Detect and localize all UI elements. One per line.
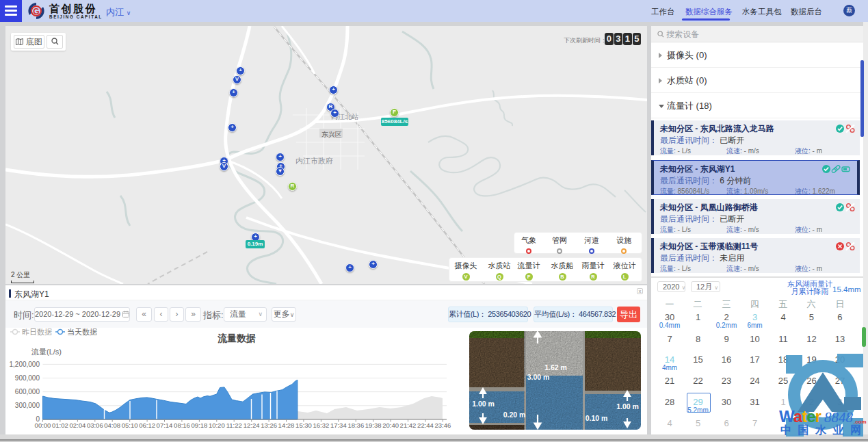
svg-text:900,000: 900,000 (15, 374, 40, 382)
svg-text:3.00 m: 3.00 m (527, 373, 550, 381)
svg-text:当天数据: 当天数据 (67, 328, 97, 336)
svg-text:Water: Water (779, 407, 821, 426)
svg-text:17:34: 17:34 (330, 421, 347, 429)
svg-text:流量数据: 流量数据 (218, 333, 256, 343)
svg-text:10:20: 10:20 (209, 421, 225, 429)
svg-text:00:00: 00:00 (35, 421, 51, 429)
svg-text:0.20 m: 0.20 m (503, 411, 526, 419)
svg-text:18:36: 18:36 (347, 421, 364, 429)
svg-text:05:10: 05:10 (122, 421, 138, 429)
svg-text:300,000: 300,000 (15, 402, 40, 409)
svg-text:01:02: 01:02 (52, 421, 68, 429)
svg-text:0.10 m: 0.10 m (586, 414, 608, 422)
svg-text:07:14: 07:14 (157, 421, 173, 429)
svg-text:1.62 m: 1.62 m (544, 363, 567, 372)
svg-text:02:04: 02:04 (70, 421, 86, 429)
svg-text:06:12: 06:12 (139, 421, 155, 429)
svg-text:16:32: 16:32 (313, 421, 330, 429)
svg-text:流量(L/s): 流量(L/s) (31, 348, 62, 356)
svg-text:12:24: 12:24 (244, 421, 260, 429)
svg-text:22:44: 22:44 (417, 421, 434, 429)
svg-text:04:08: 04:08 (104, 421, 120, 429)
svg-text:19:38: 19:38 (365, 421, 382, 429)
svg-text:09:18: 09:18 (192, 421, 208, 429)
svg-text:03:06: 03:06 (87, 421, 103, 429)
svg-text:15:30: 15:30 (295, 421, 312, 429)
svg-text:600,000: 600,000 (15, 388, 40, 395)
svg-text:11:22: 11:22 (226, 421, 242, 429)
svg-text:G: G (33, 7, 39, 16)
svg-text:1.00 m: 1.00 m (616, 402, 639, 411)
svg-text:昨日数据: 昨日数据 (22, 328, 52, 336)
svg-text:13:26: 13:26 (261, 421, 277, 429)
svg-text:23:46: 23:46 (435, 421, 451, 429)
svg-text:1,200,000: 1,200,000 (10, 361, 40, 368)
svg-text:8848: 8848 (824, 409, 854, 426)
svg-text:中国水业网: 中国水业网 (780, 424, 868, 436)
svg-text:21:42: 21:42 (400, 421, 417, 429)
svg-text:20:40: 20:40 (382, 421, 399, 429)
svg-text:1.00 m: 1.00 m (472, 400, 495, 408)
svg-text:08:16: 08:16 (174, 421, 190, 429)
svg-text:14:28: 14:28 (278, 421, 295, 429)
